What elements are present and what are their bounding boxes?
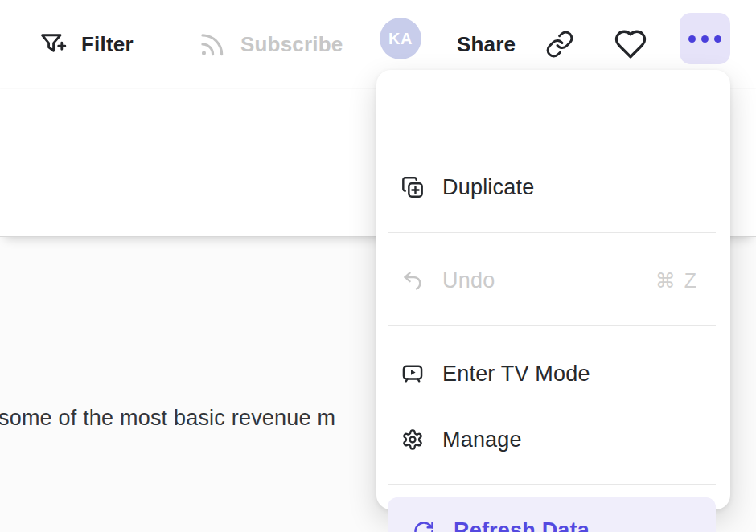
filter-plus-icon — [39, 30, 68, 59]
menu-item-refresh-data[interactable]: Refresh Data — [388, 497, 716, 532]
undo-icon — [401, 269, 424, 292]
menu-item-label: Duplicate — [442, 175, 534, 200]
user-avatar[interactable]: KA — [380, 18, 421, 59]
filter-button[interactable]: Filter — [39, 0, 134, 88]
ellipsis-icon — [688, 35, 696, 43]
menu-item-shortcut: ⌘ Z — [655, 269, 698, 293]
heart-icon — [614, 27, 647, 61]
menu-item-label: Refresh Data — [454, 518, 590, 532]
filter-label: Filter — [81, 32, 134, 57]
link-icon — [545, 30, 574, 59]
menu-divider — [388, 232, 716, 233]
menu-item-label: Undo — [442, 268, 495, 293]
menu-item-duplicate[interactable]: Duplicate — [376, 163, 730, 211]
share-label: Share — [457, 32, 516, 57]
rss-icon — [196, 29, 227, 59]
gear-icon — [401, 428, 424, 451]
menu-item-label: Manage — [442, 428, 522, 452]
menu-divider — [388, 484, 716, 485]
menu-divider — [388, 325, 716, 326]
menu-item-undo[interactable]: Undo ⌘ Z — [376, 256, 730, 305]
duplicate-icon — [401, 176, 424, 198]
tv-icon — [401, 362, 424, 385]
menu-item-manage[interactable]: Manage — [376, 415, 730, 464]
menu-item-enter-tv-mode[interactable]: Enter TV Mode — [376, 350, 730, 398]
menu-item-label: Enter TV Mode — [442, 362, 590, 387]
overflow-menu: Duplicate Undo ⌘ Z Enter TV M — [376, 70, 730, 509]
app-root: some of the most basic revenue m Filter … — [0, 0, 756, 532]
more-options-button[interactable] — [680, 13, 730, 64]
subscribe-button[interactable]: Subscribe — [196, 0, 343, 88]
subscribe-label: Subscribe — [240, 32, 343, 57]
refresh-icon — [413, 520, 435, 532]
